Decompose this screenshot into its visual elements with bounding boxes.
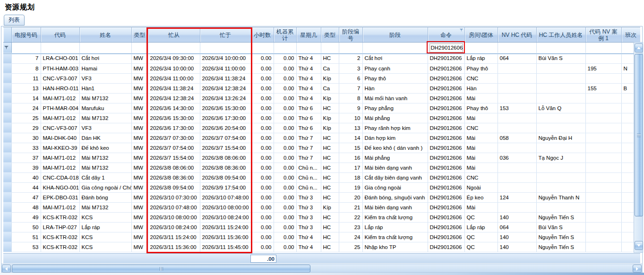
cell-type2[interactable]: HC — [321, 143, 339, 153]
column-header-busy_to[interactable]: 忙于 — [200, 27, 251, 43]
cell-type2[interactable]: HC — [321, 163, 339, 172]
cell-no[interactable]: 44 — [11, 182, 41, 192]
cell-nv_case1[interactable]: 155 — [585, 83, 621, 93]
command-filter-input[interactable]: DH29012606 — [429, 43, 463, 52]
cell-nv_case1[interactable] — [585, 113, 621, 123]
cell-nv_hc_code[interactable] — [498, 83, 536, 93]
cell-name[interactable]: KCS — [79, 212, 131, 222]
cell-room[interactable]: CNC — [464, 172, 498, 182]
cell-command[interactable]: DH29012606 — [428, 232, 464, 242]
cell-command[interactable]: DH29012606 — [428, 202, 464, 212]
cell-hc_name[interactable] — [536, 93, 585, 103]
cell-type[interactable]: MW — [131, 212, 148, 222]
column-header-hc_name[interactable]: HC 工作人员姓名 — [536, 27, 585, 43]
cell-busy_to[interactable]: 2026/3/4 11:00:00 — [200, 63, 251, 73]
filter-cell-busy_from[interactable] — [148, 43, 200, 53]
cell-nv_case1[interactable] — [585, 93, 621, 103]
cell-busy_to[interactable]: 2026/3/6 20:54:00 — [200, 123, 251, 133]
cell-busy_to[interactable]: 2026/3/6 15:30:00 — [200, 103, 251, 113]
cell-name[interactable]: Lắp ráp — [79, 222, 131, 232]
cell-no[interactable]: 48 — [11, 202, 41, 212]
table-row[interactable]: 49KCS-KTR-032KCSMW2026/3/10 08:00:002026… — [3, 212, 640, 222]
cell-busy_to[interactable]: 2026/3/8 08:36:00 — [200, 163, 251, 172]
cell-code[interactable]: KHA-NGO-001 — [41, 182, 79, 192]
row-indicator[interactable] — [3, 113, 11, 123]
cell-code[interactable]: CNC-VF3-007 — [41, 123, 79, 133]
scroll-left-button[interactable] — [2, 265, 11, 273]
cell-weekday[interactable]: Thứ 4 — [296, 53, 321, 63]
cell-code[interactable]: MAI-KKEO-39 — [41, 143, 79, 153]
row-indicator[interactable] — [3, 172, 11, 182]
column-header-type2[interactable]: 类型 — [321, 27, 339, 43]
cell-weekday[interactable]: Chủ n... — [296, 172, 321, 182]
row-indicator[interactable] — [3, 73, 11, 83]
cell-room[interactable]: Mài — [464, 93, 498, 103]
cell-name[interactable]: Hamai — [79, 63, 131, 73]
filter-cell-stage_no[interactable] — [339, 43, 362, 53]
row-indicator[interactable] — [3, 123, 11, 133]
cell-code[interactable]: MAI-M71-012 — [41, 153, 79, 163]
cell-name[interactable]: Gia công ngoài / Chờ — [79, 182, 131, 192]
cell-machine[interactable]: 0.00 — [274, 192, 296, 202]
cell-stage[interactable]: Nhập kho TP — [362, 242, 428, 252]
cell-room[interactable]: Phay thô — [464, 63, 498, 73]
cell-nv_case1[interactable] — [585, 163, 621, 172]
table-row[interactable]: 47EPK-DBO-031Đánh bóngMW2026/3/10 07:30:… — [3, 192, 640, 202]
table-row[interactable]: 29CNC-VF3-007VF3MW2026/3/6 17:30:002026/… — [3, 123, 640, 133]
cell-no[interactable]: 51 — [11, 232, 41, 242]
cell-name[interactable]: Cắt hơi — [79, 53, 131, 63]
cell-code[interactable]: MAI-M71-012 — [41, 113, 79, 123]
cell-hc_name[interactable] — [536, 113, 585, 123]
cell-stage_no[interactable]: 9 — [339, 103, 362, 113]
horizontal-scroll-thumb[interactable] — [12, 265, 310, 273]
cell-hc_name[interactable]: Nguyễn Tiến S — [536, 242, 585, 252]
cell-code[interactable]: MAI-M71-012 — [41, 163, 79, 172]
cell-room[interactable]: CNC — [464, 123, 498, 133]
cell-hours[interactable]: 0.00 — [251, 232, 274, 242]
table-row[interactable]: 24PTH-MAR-004MarufukuMW2026/3/6 14:30:00… — [3, 103, 640, 113]
cell-busy_to[interactable]: 2026/3/6 17:30:00 — [200, 113, 251, 123]
column-header-weekday[interactable]: 星期几 — [296, 27, 321, 43]
cell-nv_case1[interactable] — [585, 202, 621, 212]
cell-machine[interactable]: 0.00 — [274, 222, 296, 232]
vertical-scrollbar[interactable] — [634, 42, 643, 253]
cell-no[interactable]: 7 — [11, 53, 41, 63]
cell-type2[interactable]: HC — [321, 103, 339, 113]
cell-busy_from[interactable]: 2026/3/11 15:36:00 — [148, 242, 200, 252]
cell-nv_hc_code[interactable] — [498, 93, 536, 103]
cell-command[interactable]: DH29012606 — [428, 73, 464, 83]
cell-machine[interactable]: 0.00 — [274, 83, 296, 93]
cell-nv_hc_code[interactable]: 124 — [498, 192, 536, 202]
cell-weekday[interactable]: Thứ 4 — [296, 93, 321, 103]
cell-command[interactable]: DH29012606 — [428, 133, 464, 143]
cell-code[interactable]: PTH-HAM-003 — [41, 63, 79, 73]
cell-hc_name[interactable] — [536, 182, 585, 192]
cell-no[interactable]: 8 — [11, 63, 41, 73]
cell-busy_to[interactable]: 2026/3/8 09:54:00 — [200, 172, 251, 182]
cell-type[interactable]: MW — [131, 63, 148, 73]
table-row[interactable]: 37MAI-M71-012Mài M7132MW2026/3/7 15:54:0… — [3, 153, 640, 163]
cell-busy_to[interactable]: 2026/3/4 12:38:24 — [200, 83, 251, 93]
cell-code[interactable]: PTH-MAR-004 — [41, 103, 79, 113]
cell-no[interactable]: 33 — [11, 143, 41, 153]
cell-hours[interactable]: 0.00 — [251, 182, 274, 192]
cell-hours[interactable]: 0.00 — [251, 222, 274, 232]
row-indicator[interactable] — [3, 222, 11, 232]
cell-command[interactable]: DH29012606 — [428, 172, 464, 182]
cell-hours[interactable]: 0.00 — [251, 172, 274, 182]
cell-type[interactable]: MW — [131, 163, 148, 172]
cell-hc_name[interactable] — [536, 163, 585, 172]
cell-nv_case1[interactable] — [585, 172, 621, 182]
cell-busy_from[interactable]: 2026/3/6 14:30:00 — [148, 103, 200, 113]
cell-machine[interactable]: 0.00 — [274, 133, 296, 143]
row-indicator[interactable] — [3, 63, 11, 73]
cell-type2[interactable]: Kíp — [321, 93, 339, 103]
cell-type[interactable]: MW — [131, 73, 148, 83]
cell-weekday[interactable]: Thứ 3 — [296, 222, 321, 232]
cell-nv_hc_code[interactable] — [498, 143, 536, 153]
cell-stage[interactable]: Mài mối hàn vanh — [362, 93, 428, 103]
cell-weekday[interactable]: Chủ n... — [296, 163, 321, 172]
column-header-command[interactable]: 命令 — [428, 27, 464, 43]
tab-list[interactable]: 列表 — [4, 15, 25, 26]
row-indicator[interactable] — [3, 93, 11, 103]
